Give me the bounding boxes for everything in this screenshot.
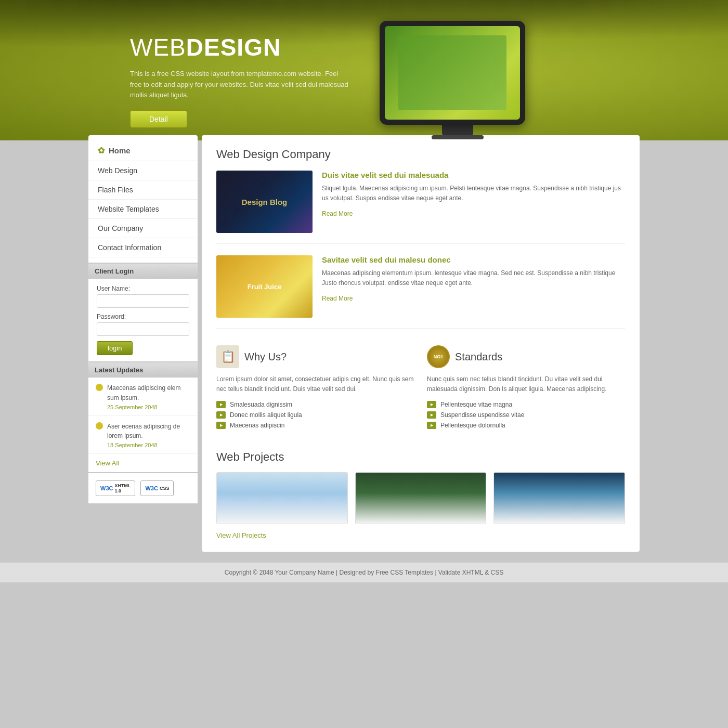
monitor-base (432, 135, 484, 139)
latest-updates-box: Latest Updates Maecenas adipiscing elem … (88, 362, 198, 472)
monitor-graphic (380, 21, 536, 140)
update-body-1: Maecenas adipiscing elem sum ipsum. (107, 384, 180, 401)
standards-bullet-icon-2 (427, 411, 436, 419)
projects-grid (216, 472, 625, 524)
why-bullet-icon-1 (216, 401, 226, 408)
password-input[interactable] (97, 322, 189, 336)
home-icon: ✿ (98, 146, 105, 155)
username-label: User Name: (97, 285, 189, 292)
login-button[interactable]: login (97, 341, 133, 355)
two-col-section: 📋 Why Us? Lorem ipsum dolor sit amet, co… (216, 340, 625, 436)
read-more-1[interactable]: Read More (322, 210, 353, 217)
monitor-screen-inner (398, 35, 506, 110)
nav-web-design[interactable]: Web Design (88, 161, 198, 180)
why-bullet-3: Maecenas adipiscin (216, 420, 414, 431)
thumb-juice: Fruit Juice (216, 255, 313, 318)
standards-bullet-3: Pellentesque dolornulla (427, 420, 625, 431)
title-design: DESIGN (186, 34, 281, 61)
update-body-2: Aser ecenas adipiscing de lorem ipsum. (107, 423, 180, 440)
standards-bullet-icon-1 (427, 401, 436, 408)
article-text-2: Maecenas adipiscing elementum ipsum. len… (322, 268, 625, 288)
projects-title: Web Projects (216, 450, 625, 464)
standards-bullet-icon-3 (427, 422, 436, 429)
article-body-2: Savitae velit sed dui malesu donec Maece… (322, 255, 625, 303)
client-login-body: User Name: Password: login (88, 279, 198, 361)
main-wrapper: ✿ Home Web Design Flash Files Website Te… (88, 135, 640, 552)
update-item-2: Aser ecenas adipiscing de lorem ipsum. 1… (88, 416, 198, 454)
article-title-1: Duis vitae velit sed dui malesuada (322, 171, 625, 179)
header-description: This is a free CSS website layout from t… (130, 69, 348, 101)
nav-our-company[interactable]: Our Company (88, 219, 198, 238)
header-title: WEBDESIGN (130, 33, 348, 61)
w3c-xhtml-badge: W3C XHTML1.0 (96, 480, 135, 496)
project-thumb-1 (216, 472, 348, 524)
standards-bullet-2: Suspendisse uspendisse vitae (427, 410, 625, 420)
monitor-outer (380, 21, 525, 125)
nav-website-templates[interactable]: Website Templates (88, 200, 198, 219)
view-all-link[interactable]: View All (88, 454, 198, 472)
nav-home-label: Home (109, 146, 131, 155)
title-web: WEB (130, 34, 186, 61)
standards-bullets: Pellentesque vitae magna Suspendisse usp… (427, 399, 625, 431)
article-thumb-1: Design Blog (216, 171, 313, 233)
update-text-1: Maecenas adipiscing elem sum ipsum. 25 S… (107, 383, 190, 410)
why-bullet-icon-2 (216, 411, 226, 419)
standards-bullet-1: Pellentesque vitae magna (427, 399, 625, 410)
password-label: Password: (97, 313, 189, 320)
why-us-bullets: Smalesuada dignissim Donec mollis alique… (216, 399, 414, 431)
main-content: Web Design Company Design Blog Duis vita… (202, 135, 640, 552)
article-text-1: Sliquet lgula. Maecenas adipiscing um ip… (322, 184, 625, 203)
standards-header: NO1 Standards (427, 345, 625, 368)
detail-button[interactable]: Detail (130, 110, 187, 128)
sidebar-nav: ✿ Home Web Design Flash Files Website Te… (88, 135, 198, 263)
latest-updates-header: Latest Updates (88, 362, 198, 378)
nav-flash-files[interactable]: Flash Files (88, 180, 198, 200)
nav-contact-information[interactable]: Contact Information (88, 238, 198, 257)
projects-section: Web Projects View All Projects (216, 450, 625, 539)
footer: Copyright © 2048 Your Company Name | Des… (0, 562, 728, 582)
update-item-1: Maecenas adipiscing elem sum ipsum. 25 S… (88, 378, 198, 416)
client-login-header: Client Login (88, 264, 198, 279)
standards-col: NO1 Standards Nunc quis sem nec tellus b… (427, 345, 625, 431)
article-row-2: Fruit Juice Savitae velit sed dui malesu… (216, 255, 625, 329)
why-us-header: 📋 Why Us? (216, 345, 414, 368)
why-us-body: Lorem ipsum dolor sit amet, consectetuer… (216, 374, 414, 394)
badges-row: W3C XHTML1.0 W3C CSS (88, 473, 198, 503)
standards-body: Nunc quis sem nec tellus blandit tincidu… (427, 374, 625, 394)
username-input[interactable] (97, 294, 189, 308)
article-body-1: Duis vitae velit sed dui malesuada Sliqu… (322, 171, 625, 218)
w3c-css-badge: W3C CSS (140, 480, 174, 496)
nav-home[interactable]: ✿ Home (88, 140, 198, 161)
standards-title: Standards (455, 351, 502, 363)
project-thumb-3 (493, 472, 625, 524)
why-bullet-2: Donec mollis aliquet ligula (216, 410, 414, 420)
update-text-2: Aser ecenas adipiscing de lorem ipsum. 1… (107, 421, 190, 449)
view-all-projects-link[interactable]: View All Projects (216, 531, 625, 539)
monitor-stand (442, 125, 473, 135)
thumb-design-blog: Design Blog (216, 171, 313, 233)
read-more-2[interactable]: Read More (322, 295, 353, 302)
article-title-2: Savitae velit sed dui malesu donec (322, 255, 625, 264)
update-bullet-2 (96, 422, 103, 430)
why-bullet-icon-3 (216, 422, 226, 429)
monitor-screen (385, 26, 520, 120)
standards-badge: NO1 (427, 345, 450, 368)
update-bullet-1 (96, 384, 103, 391)
footer-text: Copyright © 2048 Your Company Name | Des… (225, 569, 503, 576)
update-date-1: 25 September 2048 (107, 404, 190, 410)
company-title: Web Design Company (216, 148, 625, 161)
why-bullet-1: Smalesuada dignissim (216, 399, 414, 410)
header: WEBDESIGN This is a free CSS website lay… (0, 0, 728, 140)
header-content: WEBDESIGN This is a free CSS website lay… (0, 0, 728, 140)
update-date-2: 18 September 2048 (107, 442, 190, 448)
header-text-block: WEBDESIGN This is a free CSS website lay… (130, 33, 348, 128)
why-us-title: Why Us? (244, 351, 287, 363)
why-us-icon: 📋 (216, 345, 239, 368)
sidebar: ✿ Home Web Design Flash Files Website Te… (88, 135, 198, 552)
project-thumb-2 (355, 472, 487, 524)
client-login-box: Client Login User Name: Password: login (88, 264, 198, 361)
article-row-1: Design Blog Duis vitae velit sed dui mal… (216, 171, 625, 244)
article-thumb-2: Fruit Juice (216, 255, 313, 318)
why-us-col: 📋 Why Us? Lorem ipsum dolor sit amet, co… (216, 345, 414, 431)
